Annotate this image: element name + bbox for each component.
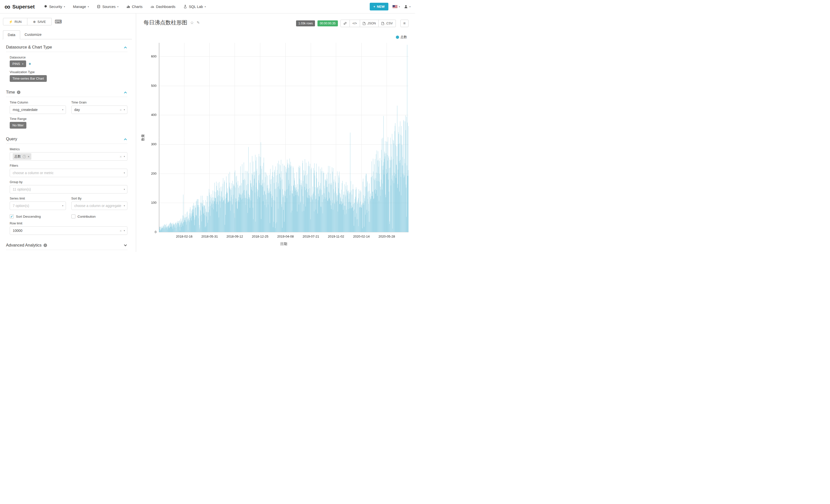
sort-by-select[interactable]: choose a column or aggregate f ▾ xyxy=(71,201,128,210)
embed-code-button[interactable]: </> xyxy=(350,20,360,27)
code-icon: </> xyxy=(353,22,357,25)
section-title: Time xyxy=(6,90,15,95)
section-query[interactable]: Query xyxy=(6,136,127,144)
remove-metric-icon[interactable]: × xyxy=(28,155,30,158)
time-column-select[interactable]: msg_createdate ▾ xyxy=(10,105,66,114)
contribution-label: Contribution xyxy=(77,215,96,218)
tab-data[interactable]: Data xyxy=(3,30,20,39)
group-by-label: Group by xyxy=(10,180,127,184)
section-title: Datasource & Chart Type xyxy=(6,45,52,50)
control-tabs: Data Customize xyxy=(2,30,132,39)
clear-icon[interactable]: × xyxy=(120,229,122,232)
export-json-button[interactable]: .JSON xyxy=(360,20,379,27)
bar-chart-icon xyxy=(126,5,130,8)
datasource-select[interactable]: PINS ▾ xyxy=(10,60,26,67)
nav-item-label: Sources xyxy=(102,5,116,9)
series-limit-value: 7 option(s) xyxy=(13,204,29,208)
row-limit-select[interactable]: 10000 × ▾ xyxy=(10,226,127,235)
chevron-down-icon: ▾ xyxy=(117,5,119,8)
chevron-down-icon: ▾ xyxy=(124,171,125,174)
nav-item-sql-lab[interactable]: SQL Lab ▾ xyxy=(183,5,206,9)
nav-item-label: Manage xyxy=(73,5,86,9)
chart-panel: 每日沸点数柱形图 ☆ ✎ 1.03k rows 00:00:00.35 </> xyxy=(136,13,415,252)
section-datasource-chart-type[interactable]: Datasource & Chart Type xyxy=(6,45,127,52)
sort-descending-checkbox[interactable]: ✓ Sort Descending xyxy=(10,215,66,218)
chevron-down-icon: ▾ xyxy=(64,5,65,8)
run-button-label: RUN xyxy=(15,20,22,24)
nav-item-sources[interactable]: Sources ▾ xyxy=(97,5,119,9)
chevron-down-icon xyxy=(124,243,127,246)
viz-type-badge[interactable]: Time-series Bar Chart xyxy=(10,75,47,82)
tab-customize[interactable]: Customize xyxy=(20,30,46,39)
file-icon xyxy=(363,22,365,25)
add-datasource-button[interactable]: + xyxy=(29,61,31,66)
clear-icon[interactable]: × xyxy=(120,155,122,158)
group-by-value: 11 option(s) xyxy=(13,187,31,191)
hamburger-icon: ≡ xyxy=(403,21,406,26)
group-by-select[interactable]: 11 option(s) ▾ xyxy=(10,185,127,193)
new-button-label: NEW xyxy=(377,5,385,8)
edit-title-icon[interactable]: ✎ xyxy=(197,21,200,25)
favorite-star-icon[interactable]: ☆ xyxy=(190,20,194,25)
keyboard-shortcuts-icon[interactable]: ⌨ xyxy=(55,19,62,24)
export-json-label: .JSON xyxy=(367,22,376,25)
nav-item-dashboards[interactable]: Dashboards xyxy=(151,5,175,9)
chevron-up-icon xyxy=(124,138,127,141)
metrics-select[interactable]: 总数 ? × × ▾ xyxy=(10,152,127,161)
superset-logo[interactable]: ∞ Superset xyxy=(4,3,35,10)
chevron-down-icon: ▾ xyxy=(399,5,400,8)
export-csv-button[interactable]: .CSV xyxy=(379,20,395,27)
chevron-down-icon: ▾ xyxy=(124,188,125,191)
legend[interactable]: 总数 xyxy=(396,35,407,39)
time-grain-label: Time Grain xyxy=(71,101,128,104)
time-grain-value: day xyxy=(74,108,80,112)
filters-label: Filters xyxy=(10,164,127,167)
series-limit-label: Series limit xyxy=(10,197,66,200)
chart-menu-button[interactable]: ≡ xyxy=(400,20,409,27)
chevron-down-icon: ▾ xyxy=(124,229,125,232)
language-selector[interactable]: ▾ xyxy=(392,5,400,8)
nav-item-charts[interactable]: Charts xyxy=(126,5,142,9)
chart-title: 每日沸点数柱形图 xyxy=(143,19,187,26)
nav-item-label: Charts xyxy=(132,5,142,9)
legend-label: 总数 xyxy=(401,35,407,39)
chart-area xyxy=(136,40,415,252)
info-icon: i xyxy=(43,244,47,247)
us-flag-icon xyxy=(392,5,397,8)
section-time[interactable]: Time i xyxy=(6,90,127,97)
chevron-down-icon: ▾ xyxy=(124,108,125,111)
chart-canvas[interactable] xyxy=(136,40,415,252)
filters-select[interactable]: choose a column or metric ▾ xyxy=(10,169,127,177)
metrics-label: Metrics xyxy=(10,148,127,151)
chevron-down-icon: ▾ xyxy=(62,108,63,111)
nav-item-manage[interactable]: Manage ▾ xyxy=(73,5,89,9)
row-limit-label: Row limit xyxy=(10,222,127,225)
metric-tag[interactable]: 总数 ? × xyxy=(13,153,31,160)
series-limit-select[interactable]: 7 option(s) ▾ xyxy=(10,201,66,210)
run-button[interactable]: ⚡ RUN xyxy=(3,18,27,25)
info-icon: i xyxy=(17,91,21,94)
clear-icon[interactable]: × xyxy=(120,108,122,112)
save-button[interactable]: ⊕ SAVE xyxy=(27,18,52,25)
time-grain-select[interactable]: day × ▾ xyxy=(71,105,128,114)
flask-icon xyxy=(183,5,187,8)
datasource-value: PINS xyxy=(12,62,20,66)
dashboard-icon xyxy=(151,5,154,8)
question-icon: ? xyxy=(23,155,26,158)
section-advanced-analytics[interactable]: Advanced Analytics i xyxy=(6,243,127,250)
navbar: ∞ Superset Security ▾ Manage ▾ Sources ▾… xyxy=(0,0,415,13)
nav-item-security[interactable]: Security ▾ xyxy=(43,5,65,9)
time-range-badge[interactable]: No filter xyxy=(10,122,26,129)
user-menu[interactable]: ▾ xyxy=(404,4,411,9)
section-title: Advanced Analytics xyxy=(6,243,41,248)
contribution-checkbox[interactable]: ✓ Contribution xyxy=(71,215,128,218)
gear-icon xyxy=(43,5,47,8)
chevron-down-icon: ▾ xyxy=(124,155,125,158)
section-title: Query xyxy=(6,136,17,141)
chevron-down-icon: ▾ xyxy=(409,5,411,8)
infinity-logo-icon: ∞ xyxy=(4,3,10,10)
filters-placeholder: choose a column or metric xyxy=(13,171,54,175)
datasource-label: Datasource xyxy=(10,56,127,59)
share-link-button[interactable] xyxy=(340,20,350,27)
new-button[interactable]: + NEW xyxy=(370,3,388,10)
